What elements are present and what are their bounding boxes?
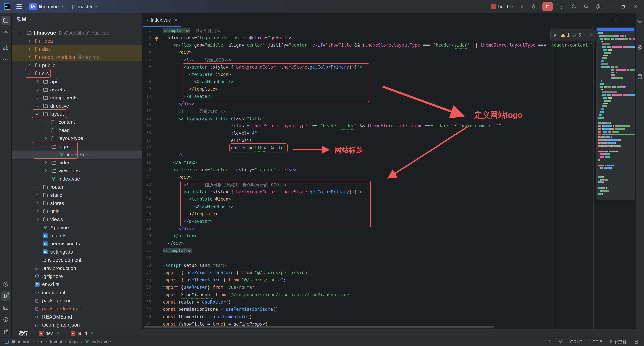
code-line-28[interactable]: </div> [163,226,636,234]
code-line-26[interactable]: </template> [163,211,636,219]
tree-item-logo[interactable]: logo [12,142,142,150]
code-line-31[interactable]: </template> [163,248,636,256]
problems-tool-icon[interactable] [1,315,10,324]
code-line-4[interactable]: <div> [163,50,636,57]
tree-item-static[interactable]: static [12,191,142,199]
chevron-right-icon[interactable] [34,88,43,91]
intention-bulb-icon[interactable] [154,36,159,42]
run-tab-build[interactable]: n build ✕ [71,331,94,336]
tree-item-content[interactable]: content [12,118,142,126]
tree-item-settings.ts[interactable]: TSsettings.ts [12,248,142,256]
code-line-17[interactable]: content="Lihua Admin" [163,145,636,153]
project-widget[interactable]: LV lihua-vue [29,3,63,10]
tree-item-components[interactable]: components [12,94,142,102]
tree-item-directive[interactable]: directive [12,102,142,110]
tree-item-.env.production[interactable]: .env.production [12,264,142,272]
chevron-right-icon[interactable] [34,202,43,204]
code-line-36[interactable]: import {useRouter} from 'vue-router' [163,285,636,292]
run-tab-dev[interactable]: n dev ✕ [39,331,60,336]
structure-tool-icon[interactable] [1,42,10,52]
vertical-scrollbar[interactable] [593,27,594,329]
breadcrumb-item[interactable]: src [37,340,43,345]
code-line-22[interactable]: <!-- 侧边导航（风格1）折叠时展示的LOGO--> [163,182,636,189]
chevron-right-icon[interactable] [34,80,43,83]
chevron-down-icon[interactable] [26,73,34,74]
code-line-6[interactable]: <a-avatar :style="{ backgroundColor: the… [163,64,636,72]
ai-assistant-icon[interactable]: @ [636,43,644,51]
code-lines[interactable]: <template>显示组件用法 <div class="logo unsele… [143,27,636,329]
debug-button[interactable] [530,3,537,10]
tree-item-dist[interactable]: dist [12,45,142,53]
tree-item-index.vue[interactable]: index.vue [12,175,142,183]
chevron-right-icon[interactable] [43,137,51,139]
code-line-27[interactable]: </a-avatar> [163,219,636,226]
code-line-11[interactable]: </div> [163,101,636,109]
search-everywhere-icon[interactable] [582,3,590,10]
code-area[interactable]: 1234567891011121314151617181920212223242… [143,27,636,329]
code-line-38[interactable]: const router = useRouter() [163,300,636,307]
code-line-34[interactable]: import { usePermissionStore } from "@/st… [163,270,636,278]
code-line-37[interactable]: import XiaoMiaoCool from "@/components/i… [163,292,636,300]
tree-item-api[interactable]: api [12,77,142,85]
tree-item-stores[interactable]: stores [12,199,142,207]
run-tool-icon[interactable] [1,291,10,301]
more-tools-icon[interactable]: ⋯ [1,54,10,64]
code-line-18[interactable]: /> [163,153,636,160]
close-icon[interactable]: ✕ [56,331,60,336]
chevron-right-icon[interactable] [26,56,34,58]
tree-item-view-tabs[interactable]: view-tabs [12,167,142,175]
database-tool-icon[interactable] [636,73,644,80]
breadcrumb[interactable]: lihua-vue›src›layout›logo›index.vue [4,339,111,345]
run-config-selector[interactable]: n build [491,4,512,9]
editor-options-icon[interactable]: ⋮ [613,17,619,23]
code-line-39[interactable]: const permissionStore = usePermissionSto… [163,307,636,314]
tree-item-public[interactable]: public [12,61,142,69]
chevron-right-icon[interactable] [34,186,43,188]
code-line-10[interactable]: </a-avatar> [163,94,636,101]
tree-item-app.vue[interactable]: App.vue [12,223,142,232]
tree-item-.env.development[interactable]: .env.development [12,256,142,264]
chevron-down-icon[interactable] [34,113,43,115]
main-menu-icon[interactable] [16,4,22,9]
tree-item-tsconfig.app.json[interactable]: {}tsconfig.app.json [12,321,142,329]
code-line-24[interactable]: <template #icon> [163,197,636,204]
tab-index-vue[interactable]: index.vue ✕ [143,13,181,27]
chevron-right-icon[interactable] [34,194,43,196]
code-line-5[interactable]: <!-- 导航LOGO--> [163,57,636,64]
chevron-right-icon[interactable] [34,97,43,99]
tree-item-package.json[interactable]: {}package.json [12,297,142,305]
code-line-40[interactable]: const themeStore = useThemeStore() [163,314,636,322]
chevron-right-icon[interactable] [43,121,51,123]
tree-item-permission.ts[interactable]: TSpermission.ts [12,240,142,248]
code-line-21[interactable]: <div> [163,175,636,182]
chevron-right-icon[interactable] [26,40,34,42]
code-with-me-icon[interactable] [570,3,578,10]
chevron-right-icon[interactable] [26,64,34,66]
chevron-down-icon[interactable] [590,33,593,37]
vcs-widget[interactable]: master [71,4,97,9]
restore-button[interactable] [620,3,627,10]
breadcrumb-item[interactable]: layout [50,340,62,345]
chevron-down-icon[interactable] [18,32,26,34]
close-icon[interactable]: ✕ [90,331,94,336]
tree-item-lihua-vue[interactable]: lihua-vueD:\Code\lihua\lihua-vue [12,29,142,37]
breadcrumb-item[interactable]: logo [69,340,78,345]
line-ending[interactable]: CRLF [570,340,582,345]
tab-close-icon[interactable]: ✕ [174,17,178,23]
chevron-right-icon[interactable] [34,105,43,107]
chevron-up-icon[interactable] [583,33,587,37]
settings-gear-icon[interactable] [595,3,602,10]
services-tool-icon[interactable] [1,280,10,289]
tree-item-views[interactable]: views [12,215,142,223]
code-line-25[interactable]: <XiaoMiaoCool/> [163,204,636,211]
tree-item-layout[interactable]: layout [12,110,142,118]
code-line-14[interactable]: :class="themeStore.layoutType !== 'heade… [163,123,636,131]
code-line-30[interactable]: </div> [163,241,636,248]
unlock-icon[interactable] [634,340,639,345]
tree-item-.idea[interactable]: .idea [12,37,142,45]
tree-item-assets[interactable]: assets [12,86,142,94]
notifications-bell-icon[interactable] [636,17,644,25]
code-line-19[interactable]: </a-flex> [163,160,636,167]
code-line-8[interactable]: <XiaoMiaoCool/> [163,79,636,87]
minimap-viewport[interactable] [597,28,634,31]
